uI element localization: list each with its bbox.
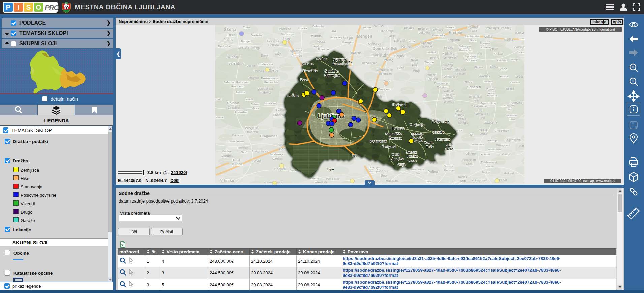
svg-text:Dobrava: Dobrava [465,59,477,62]
svg-text:Sinja: Sinja [233,158,240,161]
svg-text:Boltija: Boltija [506,87,514,90]
svg-text:Gorenje: Gorenje [444,164,454,168]
svg-text:Litiji: Litiji [477,109,482,112]
svg-text:Breg pri: Breg pri [504,104,514,107]
svg-text:Tumše: Tumše [387,34,396,37]
svg-text:Koseze: Koseze [481,46,491,49]
svg-text:Zaklanec: Zaklanec [232,134,244,137]
svg-text:Metnaj: Metnaj [482,171,490,174]
svg-text:Vintarjevec: Vintarjevec [487,148,502,151]
svg-text:Puštal: Puštal [223,38,233,42]
svg-text:Povodje: Povodje [318,48,329,51]
svg-text:Gorice: Gorice [272,157,283,160]
svg-text:Stegne: Stegne [424,61,434,64]
svg-text:Gameljne: Gameljne [333,62,348,66]
svg-text:Drenov: Drenov [238,146,249,150]
svg-text:Domžale: Domžale [372,46,389,51]
svg-text:Depala vas: Depala vas [362,61,377,65]
svg-text:Spodnje: Spodnje [325,69,338,73]
svg-text:Šentpavel: Šentpavel [382,145,396,148]
svg-text:Osredek pri: Osredek pri [257,87,273,90]
svg-text:Utik: Utik [331,29,337,33]
svg-text:Pungert: Pungert [241,40,252,43]
svg-text:Tuštanj: Tuštanj [443,67,453,71]
svg-text:Lipoglav: Lipoglav [390,157,404,161]
svg-text:Lukovici: Lukovici [419,31,430,34]
svg-text:Homec: Homec [373,25,384,27]
svg-text:Zgornje: Zgornje [480,42,490,45]
svg-text:Sv. Andrej: Sv. Andrej [227,55,240,59]
svg-text:Vrh: Vrh [474,99,479,102]
svg-text:Selce pri: Selce pri [459,45,471,48]
svg-text:Mengšu: Mengšu [342,40,354,44]
svg-text:Javor: Javor [414,139,423,143]
svg-text:Golčaj: Golčaj [484,35,493,38]
svg-text:Iška Loka: Iška Loka [326,177,339,181]
svg-text:Pancah: Pancah [407,155,418,158]
svg-text:Ligojna: Ligojna [221,154,233,157]
svg-text:Dobrovi: Dobrovi [260,91,271,95]
svg-text:Vinje: Vinje [413,69,421,73]
svg-text:Kandrše: Kandrše [497,59,508,62]
svg-text:Bodovlje: Bodovlje [218,45,230,48]
svg-text:Gosteče: Gosteče [238,46,249,49]
svg-text:Laze: Laze [510,118,516,121]
svg-text:Koseze: Koseze [422,45,432,49]
svg-text:Dobruša: Dobruša [312,25,324,28]
svg-text:Planina: Planina [481,153,491,156]
svg-text:Kompolje: Kompolje [432,34,445,37]
svg-text:Laze pri: Laze pri [443,89,454,93]
svg-text:Brezovo: Brezovo [444,169,455,172]
svg-text:Štanga: Štanga [458,121,468,125]
svg-text:Podreber: Podreber [235,111,248,114]
svg-text:Podplešivica: Podplešivica [252,150,268,153]
svg-text:Rudnik pri: Rudnik pri [442,52,456,56]
svg-text:Žeje: Žeje [411,63,417,66]
svg-text:Širmanski: Širmanski [475,112,488,115]
svg-text:Podmolnik: Podmolnik [369,140,387,143]
svg-text:Brdo: Brdo [426,145,433,148]
svg-text:Spodnji: Spodnji [442,63,453,67]
svg-text:Spodnja: Spodnja [465,54,476,58]
svg-text:Setnik: Setnik [216,116,224,119]
svg-text:Prelog: Prelog [384,58,394,62]
svg-text:Kresniški: Kresniški [469,95,482,98]
svg-text:Pogonik: Pogonik [487,94,498,97]
svg-text:Zgornje: Zgornje [334,58,346,61]
svg-text:Podroje: Podroje [487,139,497,142]
svg-text:Obolno: Obolno [465,152,476,155]
svg-text:Zgornja: Zgornja [468,25,478,29]
svg-text:Medvodah: Medvodah [264,81,278,84]
svg-text:Škofja: Škofja [224,27,236,32]
svg-text:Jastrebnik: Jastrebnik [471,143,484,146]
svg-text:Volavlje: Volavlje [432,130,444,134]
svg-text:Gradec: Gradec [228,106,240,110]
svg-text:Zavrstnik: Zavrstnik [484,121,497,124]
svg-text:Babna: Babna [251,103,259,106]
svg-text:Besnica: Besnica [392,126,405,130]
svg-text:Mala Stara: Mala Stara [411,168,424,171]
svg-text:Vnajnarje: Vnajnarje [410,123,424,126]
svg-text:Pogled: Pogled [444,46,453,49]
svg-text:Podgora pri: Podgora pri [434,82,450,85]
svg-text:Loka pri: Loka pri [341,36,353,40]
svg-text:Poljane pri: Poljane pri [462,158,476,161]
svg-text:Jama: Jama [480,132,487,135]
svg-text:Dobrovi: Dobrovi [247,130,258,134]
svg-text:Osolnik: Osolnik [246,64,256,67]
svg-text:Limbarska: Limbarska [465,35,480,38]
svg-text:Negastrn: Negastrn [448,38,460,42]
svg-text:Krašnja: Krašnja [449,30,462,34]
svg-text:Spodnje: Spodnje [421,41,432,45]
svg-text:Dvorje: Dvorje [430,56,439,59]
svg-text:vas: vas [416,172,420,175]
svg-text:Vrh pri: Vrh pri [427,73,437,77]
svg-text:Ra: Ra [348,60,353,64]
svg-text:Vaše: Vaše [274,52,281,56]
svg-text:Hrib: Hrib [480,116,485,119]
svg-text:Polhov: Polhov [227,101,239,105]
svg-text:Gradiške: Gradiške [506,114,518,117]
svg-text:Gora: Gora [470,39,476,42]
svg-text:Gradcem: Gradcem [231,85,244,88]
svg-text:Koreno: Koreno [445,26,455,29]
